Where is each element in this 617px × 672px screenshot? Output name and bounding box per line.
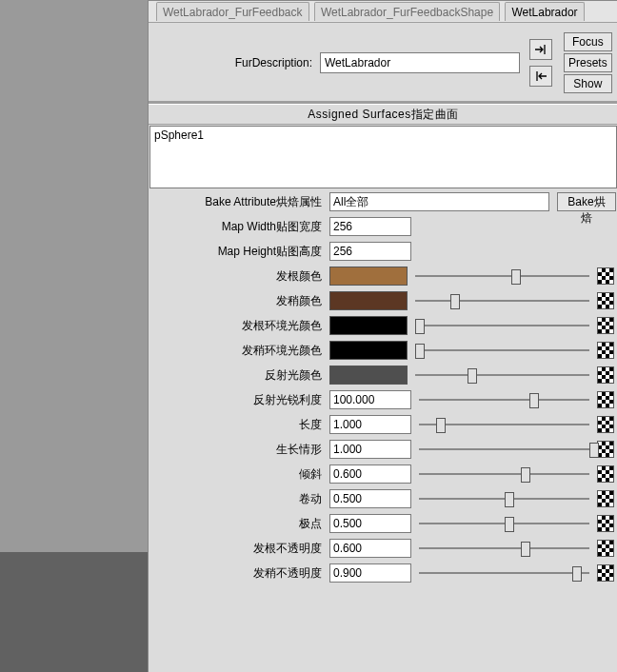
- polar-slider[interactable]: [419, 515, 589, 532]
- fur-description-label: FurDescription:: [152, 56, 314, 69]
- bake-attribute-input[interactable]: [329, 192, 549, 211]
- focus-button[interactable]: Focus: [564, 32, 612, 51]
- specular-color-label: 反射光颜色: [149, 367, 326, 384]
- base-ambient-label: 发根环境光颜色: [149, 318, 326, 334]
- tab-feedback[interactable]: WetLabrador_FurFeedback: [156, 2, 309, 21]
- tip-opacity-slider[interactable]: [419, 564, 589, 582]
- map-toggle-icon[interactable]: [597, 391, 614, 408]
- fur-description-input[interactable]: [320, 52, 520, 73]
- map-toggle-icon[interactable]: [597, 292, 614, 309]
- base-ambient-swatch[interactable]: [329, 316, 408, 335]
- assigned-surfaces-list[interactable]: pSphere1: [149, 126, 617, 188]
- tip-color-swatch[interactable]: [329, 291, 408, 310]
- specular-color-slider[interactable]: [415, 366, 589, 384]
- tip-ambient-slider[interactable]: [415, 342, 589, 359]
- map-toggle-icon[interactable]: [597, 540, 614, 557]
- inclination-input[interactable]: [329, 464, 411, 484]
- assigned-surfaces-header: Assigned Surfaces指定曲面: [149, 104, 617, 125]
- map-height-label: Map Height贴图高度: [149, 244, 326, 260]
- map-toggle-icon[interactable]: [597, 366, 614, 384]
- roll-slider[interactable]: [419, 490, 589, 507]
- spec-sharp-slider[interactable]: [419, 391, 589, 408]
- tab-bar: WetLabrador_FurFeedback WetLabrador_FurF…: [149, 1, 617, 23]
- base-ambient-slider[interactable]: [415, 317, 589, 334]
- map-toggle-icon[interactable]: [597, 515, 614, 532]
- length-slider[interactable]: [419, 416, 589, 433]
- map-toggle-icon[interactable]: [597, 465, 614, 483]
- list-item[interactable]: pSphere1: [154, 128, 612, 142]
- map-toggle-icon[interactable]: [597, 441, 614, 458]
- save-icon[interactable]: [529, 66, 552, 87]
- map-toggle-icon[interactable]: [597, 490, 614, 507]
- baldness-input[interactable]: [329, 440, 411, 459]
- tab-description[interactable]: WetLabrador: [505, 2, 584, 21]
- map-height-input[interactable]: [329, 242, 411, 261]
- presets-button[interactable]: Presets: [564, 53, 612, 72]
- inclination-slider[interactable]: [419, 465, 589, 483]
- base-opacity-slider[interactable]: [419, 540, 589, 557]
- base-opacity-label: 发根不透明度: [149, 541, 326, 557]
- map-toggle-icon[interactable]: [597, 342, 614, 359]
- length-input[interactable]: [329, 415, 411, 434]
- map-toggle-icon[interactable]: [597, 317, 614, 334]
- bake-attribute-label: Bake Attribute烘焙属性: [149, 194, 326, 210]
- attribute-editor-panel: WetLabrador_FurFeedback WetLabrador_FurF…: [148, 0, 617, 672]
- base-color-slider[interactable]: [415, 267, 589, 285]
- base-color-swatch[interactable]: [329, 267, 408, 286]
- tip-opacity-label: 发稍不透明度: [149, 565, 326, 582]
- tab-feedbackshape[interactable]: WetLabrador_FurFeedbackShape: [314, 2, 500, 21]
- tip-color-slider[interactable]: [415, 292, 589, 309]
- polar-label: 极点: [149, 516, 326, 532]
- tip-color-label: 发稍颜色: [149, 293, 326, 309]
- spec-sharp-label: 反射光锐利度: [149, 392, 326, 408]
- show-button[interactable]: Show: [564, 74, 612, 93]
- tip-opacity-input[interactable]: [329, 563, 411, 583]
- polar-input[interactable]: [329, 514, 411, 533]
- load-icon[interactable]: [529, 39, 552, 60]
- spec-sharp-input[interactable]: [329, 390, 411, 409]
- roll-input[interactable]: [329, 489, 411, 508]
- base-color-label: 发根颜色: [149, 268, 326, 285]
- map-toggle-icon[interactable]: [597, 416, 614, 433]
- tip-ambient-swatch[interactable]: [329, 341, 408, 360]
- bake-button[interactable]: Bake烘焙: [557, 192, 616, 211]
- map-width-label: Map Width贴图宽度: [149, 219, 326, 235]
- baldness-label: 生长情形: [149, 442, 326, 458]
- map-toggle-icon[interactable]: [597, 267, 614, 285]
- baldness-slider[interactable]: [419, 441, 589, 458]
- inclination-label: 倾斜: [149, 466, 326, 483]
- base-opacity-input[interactable]: [329, 539, 411, 558]
- roll-label: 卷动: [149, 491, 326, 507]
- length-label: 长度: [149, 417, 326, 433]
- tip-ambient-label: 发稍环境光颜色: [149, 343, 326, 359]
- map-toggle-icon[interactable]: [597, 564, 614, 582]
- specular-color-swatch[interactable]: [329, 366, 408, 385]
- map-width-input[interactable]: [329, 217, 411, 236]
